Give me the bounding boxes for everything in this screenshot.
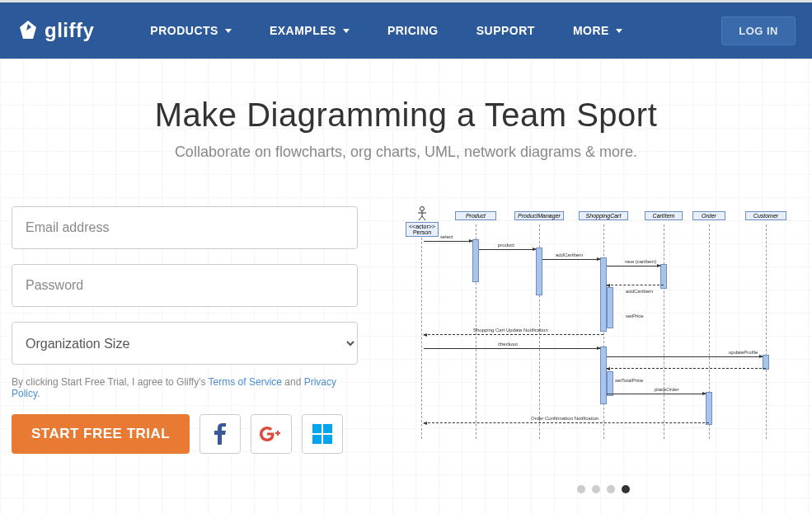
svg-line-8 bbox=[422, 216, 425, 220]
org-size-select[interactable]: Organization Size bbox=[12, 322, 358, 365]
nav-pricing[interactable]: PRICING bbox=[373, 17, 453, 44]
lifeline-customer: Customer bbox=[745, 211, 786, 220]
nav-examples[interactable]: EXAMPLES bbox=[255, 17, 364, 44]
gliffy-logo-icon bbox=[16, 19, 40, 42]
chevron-down-icon bbox=[343, 29, 350, 33]
navbar: gliffy PRODUCTS EXAMPLES PRICING SUPPORT… bbox=[0, 2, 812, 59]
lifeline-cartitem: CartItem bbox=[645, 211, 683, 220]
lifeline-product: Product bbox=[455, 211, 496, 220]
chevron-down-icon bbox=[616, 29, 622, 33]
diagram-preview: <<actor>> Person Product ProductManager … bbox=[358, 206, 800, 454]
logo[interactable]: gliffy bbox=[16, 19, 94, 42]
svg-rect-0 bbox=[312, 424, 322, 433]
nav-products[interactable]: PRODUCTS bbox=[135, 17, 246, 44]
legal-text: By clicking Start Free Trial, I agree to… bbox=[12, 376, 358, 399]
password-field[interactable] bbox=[12, 264, 358, 307]
nav-items: PRODUCTS EXAMPLES PRICING SUPPORT MORE bbox=[135, 17, 721, 44]
carousel-dot-1[interactable] bbox=[577, 485, 585, 493]
svg-rect-2 bbox=[312, 435, 322, 444]
hero-title: Make Diagramming a Team Sport bbox=[0, 97, 812, 134]
svg-line-7 bbox=[419, 216, 422, 220]
carousel-dots bbox=[577, 485, 630, 493]
hero-subtitle: Collaborate on flowcharts, org charts, U… bbox=[0, 144, 812, 161]
chevron-down-icon bbox=[225, 29, 232, 33]
start-free-trial-button[interactable]: START FREE TRIAL bbox=[12, 414, 190, 454]
signup-form: Organization Size By clicking Start Free… bbox=[12, 206, 358, 454]
lifeline-order: Order bbox=[692, 211, 725, 220]
facebook-icon bbox=[214, 423, 226, 445]
lifeline-productmanager: ProductManager bbox=[514, 211, 564, 220]
login-button[interactable]: LOG IN bbox=[721, 17, 796, 45]
facebook-login-button[interactable] bbox=[199, 414, 241, 454]
carousel-dot-3[interactable] bbox=[607, 485, 615, 493]
microsoft-login-button[interactable] bbox=[302, 414, 343, 454]
svg-rect-3 bbox=[323, 435, 332, 444]
svg-point-4 bbox=[420, 207, 425, 211]
google-plus-icon bbox=[260, 427, 283, 441]
svg-rect-1 bbox=[323, 424, 332, 433]
carousel-dot-2[interactable] bbox=[592, 485, 600, 493]
google-login-button[interactable] bbox=[251, 414, 292, 454]
brand-text: gliffy bbox=[45, 19, 94, 42]
tos-link[interactable]: Terms of Service bbox=[209, 376, 282, 388]
hero-section: Make Diagramming a Team Sport Collaborat… bbox=[0, 59, 812, 514]
sequence-actor: <<actor>> Person bbox=[406, 206, 439, 237]
email-field[interactable] bbox=[12, 206, 358, 249]
carousel-dot-4[interactable] bbox=[622, 485, 630, 493]
nav-support[interactable]: SUPPORT bbox=[462, 17, 550, 44]
lifeline-shoppingcart: ShoppingCart bbox=[579, 211, 628, 220]
windows-icon bbox=[312, 424, 332, 444]
nav-more[interactable]: MORE bbox=[558, 17, 637, 44]
